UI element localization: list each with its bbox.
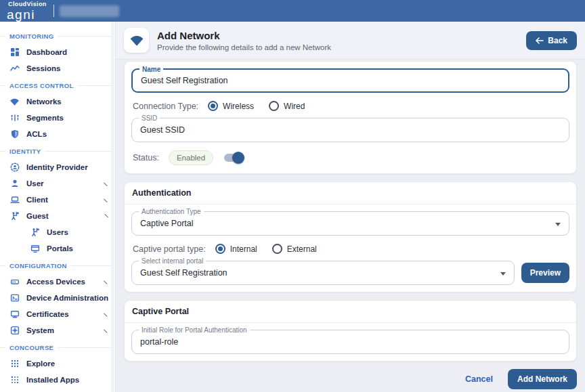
user-icon: [9, 179, 20, 189]
guest-icon: [9, 211, 20, 221]
radio-unselected-icon: [272, 244, 282, 254]
system-icon: [9, 326, 20, 336]
ssid-field-label: SSID: [139, 114, 160, 123]
installed-apps-icon: [9, 375, 20, 385]
sidebar-item-certificates[interactable]: Certificates: [0, 306, 115, 322]
captive-portal-type-label: Captive portal type:: [133, 244, 206, 254]
sidebar-item-device-administration[interactable]: Device Administration: [0, 290, 115, 306]
topbar: CloudVision agni: [0, 0, 585, 22]
brand-agni: agni: [7, 8, 47, 21]
device-administration-icon: [9, 293, 20, 303]
chevron-down-icon: [500, 272, 506, 276]
chevron-down-icon: [555, 223, 561, 226]
sidebar-item-guest-portals[interactable]: Portals: [0, 240, 115, 257]
section-access-control-label: ACCESS CONTROL: [0, 79, 115, 92]
access-devices-icon: [9, 277, 20, 287]
sidebar-item-installed-apps[interactable]: Installed Apps: [0, 372, 115, 388]
sidebar-item-sessions[interactable]: Sessions: [0, 60, 115, 77]
sidebar-item-guest[interactable]: Guest: [0, 208, 115, 224]
portals-icon: [30, 244, 40, 254]
toggle-knob-icon: [232, 152, 244, 164]
sidebar-item-acls[interactable]: ACLs: [0, 126, 115, 142]
connection-type-label: Connection Type:: [133, 102, 198, 111]
identity-provider-icon: [9, 162, 20, 173]
networks-icon: [9, 97, 20, 107]
acls-icon: [9, 129, 20, 139]
card-captive-portal: Captive Portal Initial Role for Portal A…: [124, 300, 577, 362]
redacted-org-name: [60, 5, 119, 17]
status-badge: Enabled: [169, 150, 213, 165]
initial-role-field: Initial Role for Portal Authentication: [131, 330, 569, 354]
radio-wireless[interactable]: Wireless: [208, 101, 254, 111]
authentication-section-title: Authentication: [125, 182, 576, 204]
logo-divider: [53, 5, 54, 17]
authentication-type-select[interactable]: Authentication Type Captive Portal: [131, 211, 569, 236]
form-content: Name Connection Type: Wireless Wired: [116, 60, 585, 392]
sidebar-item-segments[interactable]: Segments: [0, 110, 115, 126]
captive-portal-section-title: Captive Portal: [125, 301, 576, 323]
wifi-icon: [129, 33, 144, 48]
page-heading: Add Network Provide the following detail…: [157, 30, 331, 51]
initial-role-input[interactable]: [132, 337, 569, 347]
ssid-input[interactable]: [132, 125, 569, 135]
name-field-label: Name: [139, 65, 163, 74]
section-configuration-label: CONFIGURATION: [0, 259, 115, 272]
radio-unselected-icon: [269, 101, 279, 111]
radio-internal[interactable]: Internal: [215, 244, 257, 254]
internal-portal-row: Select internal portal Guest Self Regist…: [131, 261, 569, 285]
name-input[interactable]: [133, 76, 568, 85]
back-arrow-icon: [536, 37, 544, 44]
explore-icon: [9, 359, 20, 369]
card-authentication: Authentication Authentication Type Capti…: [124, 181, 577, 292]
internal-portal-label: Select internal portal: [139, 257, 206, 265]
cancel-button[interactable]: Cancel: [465, 374, 493, 384]
section-concourse-label: CONCOURSE: [0, 341, 115, 354]
page-icon-card: [124, 28, 149, 53]
sessions-icon: [9, 64, 20, 74]
status-label: Status:: [133, 153, 159, 162]
chevron-down-icon: [104, 196, 110, 202]
main-panel: Add Network Provide the following detail…: [116, 22, 585, 392]
name-field: Name: [131, 68, 569, 93]
section-identity-label: IDENTITY: [0, 144, 115, 158]
chevron-down-icon: [104, 310, 110, 317]
status-toggle[interactable]: [224, 154, 242, 162]
ssid-field: SSID: [131, 118, 569, 142]
status-row: Status: Enabled: [133, 150, 568, 165]
sidebar-item-client[interactable]: Client: [0, 192, 115, 208]
form-actions: Cancel Add Network: [124, 369, 577, 389]
sidebar-item-access-devices[interactable]: Access Devices: [0, 274, 115, 290]
back-button[interactable]: Back: [526, 31, 577, 50]
chevron-down-icon: [104, 326, 110, 333]
segments-icon: [9, 113, 20, 123]
page-subtitle: Provide the following details to add a n…: [157, 43, 331, 51]
add-network-button[interactable]: Add Network: [508, 369, 577, 389]
sidebar-item-explore[interactable]: Explore: [0, 355, 115, 372]
dashboard-icon: [9, 47, 20, 58]
preview-button[interactable]: Preview: [521, 263, 569, 283]
connection-type-row: Connection Type: Wireless Wired: [133, 101, 568, 111]
authentication-type-label: Authentication Type: [139, 207, 204, 216]
initial-role-label: Initial Role for Portal Authentication: [139, 326, 250, 334]
sidebar-item-user[interactable]: User: [0, 175, 115, 192]
internal-portal-select[interactable]: Select internal portal Guest Self Regist…: [131, 261, 515, 285]
page-header: Add Network Provide the following detail…: [116, 22, 585, 60]
captive-portal-type-row: Captive portal type: Internal External: [133, 244, 568, 254]
card-network-details: Name Connection Type: Wireless Wired: [124, 61, 577, 174]
sidebar-item-guest-users[interactable]: Users: [0, 224, 115, 240]
sidebar-item-networks[interactable]: Networks: [0, 93, 115, 110]
radio-wired[interactable]: Wired: [269, 101, 305, 111]
sidebar-item-identity-provider[interactable]: Identity Provider: [0, 159, 115, 175]
sidebar-item-dashboard[interactable]: Dashboard: [0, 44, 115, 60]
client-icon: [9, 195, 20, 205]
radio-selected-icon: [208, 101, 218, 111]
chevron-up-icon: [102, 213, 108, 220]
section-monitoring-label: MONITORING: [0, 29, 115, 43]
sidebar: MONITORING Dashboard Sessions ACCESS CON…: [0, 22, 116, 392]
radio-selected-icon: [215, 244, 225, 254]
guest-users-icon: [30, 227, 40, 238]
radio-external[interactable]: External: [272, 244, 317, 254]
sidebar-scrollbar[interactable]: [111, 22, 114, 392]
chevron-down-icon: [104, 179, 110, 186]
sidebar-item-system[interactable]: System: [0, 322, 115, 339]
